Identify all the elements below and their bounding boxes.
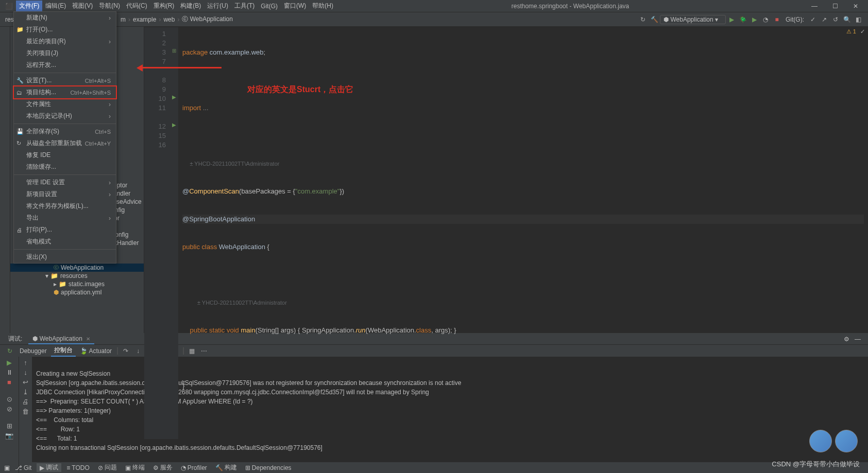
run-gutter-icon[interactable]: ▶ bbox=[170, 94, 178, 103]
menu-refactor[interactable]: 重构(R) bbox=[150, 1, 178, 11]
profile-button[interactable]: ◔ bbox=[760, 14, 771, 25]
crumb[interactable]: ⓒ WebApplication bbox=[181, 15, 234, 24]
hammer-icon[interactable]: 🔨 bbox=[649, 14, 660, 25]
coverage-button[interactable]: ▶ bbox=[748, 14, 760, 25]
debugger-tab[interactable]: Debugger bbox=[16, 346, 50, 356]
mi-manage-ide[interactable]: 管理 IDE 设置› bbox=[14, 177, 116, 188]
mi-remote-dev[interactable]: 远程开发... bbox=[14, 59, 116, 71]
close-icon[interactable]: ✕ bbox=[86, 336, 90, 342]
red-annotation-text: 对应的英文是Stucrt，点击它 bbox=[247, 84, 353, 95]
menu-separator bbox=[14, 249, 116, 250]
resume-icon[interactable]: ▶ bbox=[7, 359, 12, 366]
mi-open[interactable]: 📁打开(O)... bbox=[14, 24, 116, 36]
close-button[interactable]: ✕ bbox=[845, 3, 866, 10]
mi-export[interactable]: 导出› bbox=[14, 212, 116, 224]
sb-terminal[interactable]: ▣终端 bbox=[122, 463, 148, 472]
menu-code[interactable]: 代码(C) bbox=[123, 1, 150, 11]
mi-reload[interactable]: ↻从磁盘全部重新加载Ctrl+Alt+Y bbox=[14, 137, 116, 149]
console-toolbar: ↑ ↓ ↩ ⤓ 🖨 🗑 bbox=[19, 357, 32, 473]
crumb[interactable]: example bbox=[132, 16, 157, 23]
mi-recent[interactable]: 最近的项目(R)› bbox=[14, 36, 116, 47]
warning-badge[interactable]: ⚠ 1 bbox=[846, 28, 856, 35]
editor-inspection-widget[interactable]: ⚠ 1 ✓ bbox=[846, 28, 865, 35]
sb-debug[interactable]: ▶调试 bbox=[37, 463, 61, 472]
view-breakpoints-icon[interactable]: ⊙ bbox=[7, 395, 12, 403]
mi-print[interactable]: 🖨打印(P)... bbox=[14, 224, 116, 236]
menu-window[interactable]: 窗口(W) bbox=[281, 1, 309, 11]
sb-services[interactable]: ⚙服务 bbox=[150, 463, 176, 472]
stop-icon[interactable]: ■ bbox=[7, 378, 11, 386]
sb-dependencies[interactable]: ⊞Dependencies bbox=[242, 464, 295, 471]
git-push-icon[interactable]: ↗ bbox=[819, 14, 830, 25]
menu-run[interactable]: 运行(U) bbox=[204, 1, 231, 11]
clear-icon[interactable]: 🗑 bbox=[22, 408, 29, 415]
search-icon[interactable]: 🔍 bbox=[841, 14, 853, 25]
pause-icon[interactable]: ⏸ bbox=[6, 369, 13, 376]
step-over-icon[interactable]: ↷ bbox=[120, 345, 131, 357]
maximize-button[interactable]: ☐ bbox=[825, 3, 845, 10]
mute-icon[interactable]: ⊘ bbox=[7, 405, 12, 413]
menu-view[interactable]: 视图(V) bbox=[69, 1, 96, 11]
tree-item[interactable]: ▸📁static.images bbox=[10, 280, 144, 288]
print-icon[interactable]: 🖨 bbox=[22, 398, 29, 406]
sb-git[interactable]: ⎇Git bbox=[12, 464, 35, 471]
mi-invalidate-cache[interactable]: 清除缓存... bbox=[14, 161, 116, 173]
mi-save-all[interactable]: 💾全部保存(S)Ctrl+S bbox=[14, 126, 116, 137]
step-into-icon[interactable]: ↓ bbox=[132, 345, 144, 357]
stop-button[interactable]: ■ bbox=[771, 14, 782, 25]
floating-assist-buttons[interactable] bbox=[809, 430, 858, 452]
menu-navigate[interactable]: 导航(N) bbox=[96, 1, 123, 11]
layout-icon[interactable]: ⊞ bbox=[7, 422, 12, 430]
run-config-select[interactable]: ⬢ WebApplication ▾ bbox=[660, 15, 726, 24]
mi-close-project[interactable]: 关闭项目(J) bbox=[14, 47, 116, 59]
tree-item[interactable]: ⬢application.yml bbox=[10, 288, 144, 296]
down-icon[interactable]: ↓ bbox=[24, 369, 27, 376]
mi-project-structure[interactable]: 🗂项目结构...Ctrl+Alt+Shift+S bbox=[13, 85, 117, 99]
mi-local-history[interactable]: 本地历史记录(H)› bbox=[14, 110, 116, 122]
scroll-icon[interactable]: ⤓ bbox=[23, 388, 28, 396]
menu-edit[interactable]: 编辑(E) bbox=[42, 1, 69, 11]
line-gutter[interactable]: 1237891011121516 bbox=[144, 27, 170, 439]
debug-button[interactable]: 🪲 bbox=[737, 14, 748, 25]
actuator-tab[interactable]: 🍃 Actuator bbox=[77, 346, 115, 356]
mi-settings[interactable]: 🔧设置(T)...Ctrl+Alt+S bbox=[14, 75, 116, 86]
problems-icon: ⊘ bbox=[98, 464, 103, 471]
left-rail bbox=[0, 27, 10, 333]
console-tab[interactable]: 控制台 bbox=[51, 345, 76, 357]
crumb[interactable]: m bbox=[120, 16, 127, 23]
wrap-icon[interactable]: ↩ bbox=[23, 378, 28, 386]
menu-git[interactable]: Git(G) bbox=[258, 2, 281, 11]
gutter-icons[interactable]: ⊞▶▶ bbox=[170, 27, 178, 439]
sb-build[interactable]: 🔨构建 bbox=[212, 463, 240, 472]
mi-power-save[interactable]: 省电模式 bbox=[14, 236, 116, 248]
ide-settings-icon[interactable]: ◧ bbox=[853, 14, 864, 25]
menu-build[interactable]: 构建(B) bbox=[177, 1, 204, 11]
mi-exit[interactable]: 退出(X) bbox=[14, 251, 116, 263]
sb-todo[interactable]: ≡TODO bbox=[63, 464, 92, 471]
tree-item[interactable]: ▾📁resources bbox=[10, 272, 144, 280]
camera-icon[interactable]: 📷 bbox=[5, 432, 13, 440]
mi-save-template[interactable]: 将文件另存为模板(L)... bbox=[14, 200, 116, 212]
menu-tools[interactable]: 工具(T) bbox=[231, 1, 258, 11]
mi-new[interactable]: 新建(N)› bbox=[14, 12, 116, 24]
sb-problems[interactable]: ⊘问题 bbox=[95, 463, 120, 472]
git-history-icon[interactable]: ↺ bbox=[830, 14, 841, 25]
menu-file[interactable]: 文件(F) bbox=[16, 1, 42, 11]
tree-item[interactable]: ⓒWebApplication bbox=[10, 264, 144, 272]
menu-help[interactable]: 帮助(H) bbox=[309, 1, 336, 11]
reload-icon[interactable]: ↻ bbox=[637, 14, 649, 25]
tool-window-icon[interactable]: ▣ bbox=[4, 464, 10, 471]
up-icon[interactable]: ↑ bbox=[24, 359, 27, 366]
git-update-icon[interactable]: ✓ bbox=[807, 14, 819, 25]
rerun-icon[interactable]: ↻ bbox=[4, 345, 15, 357]
hammer-icon: 🔨 bbox=[215, 464, 223, 471]
crumb[interactable]: web bbox=[162, 16, 176, 23]
run-button[interactable]: ▶ bbox=[726, 14, 737, 25]
mi-repair-ide[interactable]: 修复 IDE bbox=[14, 149, 116, 161]
mi-file-props[interactable]: 文件属性› bbox=[14, 98, 116, 110]
sb-profiler[interactable]: ◔Profiler bbox=[178, 464, 210, 471]
minimize-button[interactable]: — bbox=[804, 3, 825, 10]
mi-new-project-settings[interactable]: 新项目设置› bbox=[14, 188, 116, 200]
run-gutter-icon[interactable]: ▶ bbox=[170, 122, 178, 131]
debug-run-tab[interactable]: ⬢ WebApplication ✕ bbox=[28, 334, 94, 344]
